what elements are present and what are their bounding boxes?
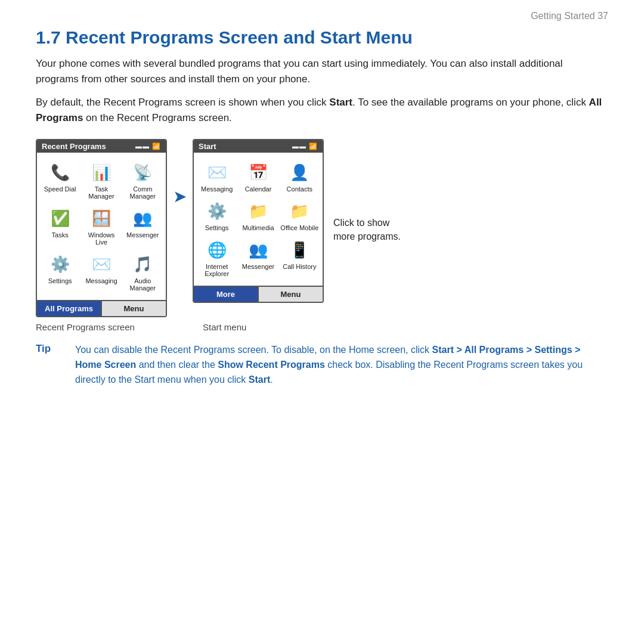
tip-section: Tip You can disable the Recent Programs … [0, 332, 644, 387]
task-manager-icon: 📊 [90, 161, 113, 184]
settings-icon: ⚙️ [49, 253, 72, 275]
captions-row: Recent Programs screen Start menu [0, 317, 644, 332]
list-item: 🎵 AudioManager [122, 249, 163, 295]
start-titlebar: Start ▬▬ 📶 [194, 140, 323, 153]
icon-label: Call History [283, 263, 316, 270]
calendar-icon: 📅 [247, 161, 270, 184]
icon-label: Multimedia [242, 224, 274, 231]
icon-label: Messaging [85, 277, 117, 284]
start-screen: Start ▬▬ 📶 ✉️ Messaging 📅 Calendar 👤 Con… [193, 139, 324, 303]
arrow-container: ➤ [167, 139, 193, 206]
audio-manager-icon: 🎵 [131, 253, 154, 275]
all-programs-button[interactable]: All Programs [37, 301, 101, 316]
paragraph-2: By default, the Recent Programs screen i… [0, 95, 644, 126]
list-item: 👥 Messenger [122, 203, 163, 249]
icon-label: Messenger [126, 231, 159, 239]
icon-label: AudioManager [130, 277, 156, 292]
start-caption: Start menu [203, 322, 246, 332]
multimedia-icon: 📁 [247, 200, 270, 222]
icon-label: Contacts [287, 185, 312, 193]
settings-icon-2: ⚙️ [206, 200, 228, 222]
icon-label: Settings [205, 224, 229, 231]
messaging-icon: ✉️ [90, 253, 113, 275]
section-title: 1.7 Recent Programs Screen and Start Men… [0, 24, 644, 56]
icon-label: Messaging [201, 185, 233, 193]
list-item: 📊 Task Manager [80, 157, 122, 203]
menu-button[interactable]: Menu [102, 301, 166, 316]
comm-manager-icon: 📡 [131, 161, 154, 184]
list-item: 📞 Speed Dial [39, 157, 80, 203]
icon-label: Tasks [52, 231, 69, 239]
list-item: 📱 Call History [279, 235, 320, 281]
list-item: ✉️ Messaging [196, 157, 237, 196]
start-bottombar: More Menu [194, 286, 323, 302]
icon-label: Calendar [245, 185, 272, 193]
list-item: ⚙️ Settings [196, 196, 237, 235]
list-item: ✅ Tasks [39, 203, 80, 249]
recent-icons-grid: 📞 Speed Dial 📊 Task Manager 📡 CommManage… [37, 153, 166, 300]
list-item: 👥 Messenger [237, 235, 278, 281]
messenger-icon: 👥 [131, 207, 154, 230]
tip-label: Tip [36, 343, 64, 387]
right-arrow-icon: ➤ [173, 187, 187, 206]
menu-button-2[interactable]: Menu [259, 287, 323, 302]
icon-label: CommManager [130, 185, 156, 200]
screenshots-row: Recent Programs ▬▬ 📶 📞 Speed Dial 📊 Task… [0, 133, 644, 317]
office-mobile-icon: 📁 [288, 200, 311, 222]
list-item: ✉️ Messaging [80, 249, 122, 295]
annotation-text: Click to showmore programs. [333, 216, 401, 243]
recent-titlebar: Recent Programs ▬▬ 📶 [37, 140, 166, 153]
list-item: 📅 Calendar [237, 157, 278, 196]
icon-label: Task Manager [82, 185, 120, 200]
windows-live-icon: 🪟 [90, 207, 113, 230]
recent-bottombar: All Programs Menu [37, 300, 166, 316]
list-item: 🌐 InternetExplorer [196, 235, 237, 281]
messenger-icon-2: 👥 [247, 239, 270, 261]
icon-label: Messenger [242, 263, 274, 270]
tasks-icon: ✅ [49, 207, 72, 230]
internet-explorer-icon: 🌐 [206, 239, 228, 261]
contacts-icon: 👤 [288, 161, 311, 184]
call-history-icon: 📱 [288, 239, 311, 261]
list-item: 📁 Multimedia [237, 196, 278, 235]
list-item: 📡 CommManager [122, 157, 163, 203]
tip-text: You can disable the Recent Programs scre… [75, 343, 608, 387]
list-item: 🪟 Windows Live [80, 203, 122, 249]
paragraph-1: Your phone comes with several bundled pr… [0, 56, 644, 88]
recent-caption: Recent Programs screen [36, 322, 173, 332]
list-item: ⚙️ Settings [39, 249, 80, 295]
signal-icon-2: ▬▬ 📶 [292, 143, 318, 150]
recent-programs-screen: Recent Programs ▬▬ 📶 📞 Speed Dial 📊 Task… [36, 139, 167, 317]
list-item: 📁 Office Mobile [279, 196, 320, 235]
icon-label: Windows Live [82, 231, 120, 246]
more-button[interactable]: More [194, 287, 258, 302]
list-item: 👤 Contacts [279, 157, 320, 196]
speed-dial-icon: 📞 [49, 161, 72, 184]
icon-label: Settings [48, 277, 72, 284]
icon-label: InternetExplorer [205, 263, 229, 277]
icon-label: Speed Dial [44, 185, 76, 193]
annotation: Click to showmore programs. [324, 139, 401, 243]
messaging-icon: ✉️ [206, 161, 228, 184]
page-header: Getting Started 37 [0, 0, 644, 24]
start-icons-grid: ✉️ Messaging 📅 Calendar 👤 Contacts ⚙️ Se… [194, 153, 323, 286]
icon-label: Office Mobile [280, 224, 318, 231]
signal-icon: ▬▬ 📶 [135, 143, 161, 150]
